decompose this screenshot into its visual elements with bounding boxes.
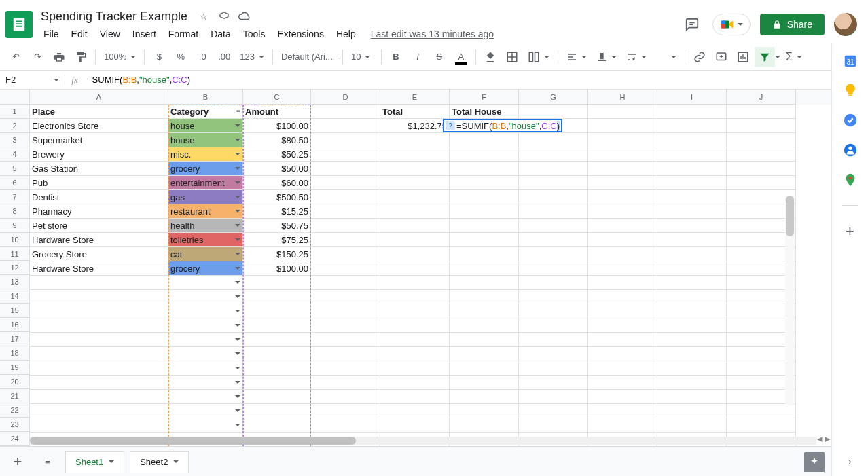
dropdown-icon[interactable]	[235, 367, 240, 369]
cell[interactable]: $100.00	[243, 261, 311, 276]
cell[interactable]: gas	[168, 190, 243, 204]
paint-format-icon[interactable]	[71, 47, 91, 67]
sheet-tab-1[interactable]: Sheet1	[65, 451, 124, 473]
cell[interactable]	[588, 276, 657, 290]
cell[interactable]	[519, 105, 588, 119]
cell[interactable]	[519, 162, 588, 176]
cell[interactable]	[519, 233, 588, 247]
cell[interactable]	[657, 418, 727, 433]
cell[interactable]	[588, 390, 657, 404]
cell[interactable]	[168, 276, 243, 290]
menu-data[interactable]: Data	[205, 26, 236, 42]
cell[interactable]: misc.	[168, 147, 243, 162]
menu-view[interactable]: View	[94, 26, 126, 42]
row-head[interactable]: 22	[0, 403, 30, 418]
cell[interactable]	[380, 190, 450, 204]
cell[interactable]	[657, 247, 727, 261]
cell[interactable]	[168, 418, 243, 433]
menu-extensions[interactable]: Extensions	[272, 26, 329, 42]
row-head[interactable]: 12	[0, 261, 30, 275]
dropdown-icon[interactable]	[235, 139, 240, 141]
cell[interactable]	[243, 347, 311, 361]
cell[interactable]: Pet store	[30, 219, 168, 233]
cell[interactable]	[450, 204, 519, 219]
cell[interactable]	[657, 347, 727, 361]
cell[interactable]	[168, 376, 243, 390]
cell[interactable]	[519, 204, 588, 219]
number-format-select[interactable]: 123	[236, 52, 268, 62]
row-head[interactable]: 21	[0, 389, 30, 403]
scroll-nav-arrows[interactable]: ◀ ▶	[817, 435, 830, 443]
row-head[interactable]: 15	[0, 304, 30, 318]
cell[interactable]: Total House	[450, 105, 519, 119]
cell[interactable]	[657, 333, 727, 347]
cell[interactable]	[727, 147, 796, 162]
cell[interactable]: Grocery Store	[30, 247, 168, 261]
menu-edit[interactable]: Edit	[66, 26, 93, 42]
cell[interactable]	[311, 233, 380, 247]
cell[interactable]	[519, 304, 588, 318]
move-icon[interactable]	[217, 10, 231, 23]
row-head[interactable]: 4	[0, 147, 30, 162]
cell[interactable]: $50.00	[243, 162, 311, 176]
row-head[interactable]: 19	[0, 361, 30, 375]
cell[interactable]	[519, 290, 588, 304]
dropdown-icon[interactable]	[235, 267, 240, 270]
cell[interactable]	[380, 361, 450, 376]
cell[interactable]	[588, 290, 657, 304]
dropdown-icon[interactable]	[235, 153, 240, 155]
cell[interactable]	[380, 261, 450, 276]
dropdown-icon[interactable]	[235, 253, 240, 255]
add-addon-icon[interactable]: +	[842, 223, 858, 240]
select-all-corner[interactable]	[0, 90, 30, 105]
cell[interactable]	[450, 390, 519, 404]
cell[interactable]	[311, 133, 380, 147]
functions-icon[interactable]: Σ	[782, 51, 806, 63]
cell[interactable]: Total	[380, 105, 450, 119]
cell[interactable]	[380, 376, 450, 390]
filter-dropdown-icon[interactable]	[775, 56, 780, 58]
chart-insert-icon[interactable]	[733, 47, 753, 67]
cell[interactable]: $50.75	[243, 219, 311, 233]
cell[interactable]	[588, 219, 657, 233]
cell[interactable]	[727, 105, 796, 119]
cell[interactable]: Hardware Store	[30, 261, 168, 276]
cell[interactable]	[588, 318, 657, 333]
cell[interactable]	[168, 318, 243, 333]
cell[interactable]	[30, 390, 168, 404]
cell[interactable]	[311, 347, 380, 361]
cell[interactable]	[657, 119, 727, 133]
cell[interactable]	[380, 304, 450, 318]
row-head[interactable]: 7	[0, 190, 30, 204]
cell[interactable]	[588, 133, 657, 147]
cell[interactable]	[588, 347, 657, 361]
cell[interactable]	[588, 105, 657, 119]
cell[interactable]	[311, 304, 380, 318]
cell[interactable]	[657, 304, 727, 318]
cell[interactable]: house	[168, 119, 243, 133]
cell[interactable]	[519, 404, 588, 418]
contacts-icon[interactable]	[843, 143, 858, 158]
cell[interactable]	[380, 247, 450, 261]
cell[interactable]	[380, 390, 450, 404]
cell[interactable]	[380, 290, 450, 304]
cell[interactable]	[657, 261, 727, 276]
row-head[interactable]: 24	[0, 432, 30, 446]
dropdown-icon[interactable]	[235, 310, 240, 312]
cell[interactable]	[311, 390, 380, 404]
cell[interactable]	[168, 304, 243, 318]
cell[interactable]	[450, 219, 519, 233]
cell[interactable]	[657, 361, 727, 376]
cell[interactable]	[311, 290, 380, 304]
cell[interactable]: $50.25	[243, 147, 311, 162]
dropdown-icon[interactable]	[235, 124, 240, 127]
cell[interactable]	[588, 333, 657, 347]
cell[interactable]	[311, 261, 380, 276]
cell[interactable]: cat	[168, 247, 243, 261]
row-head[interactable]: 23	[0, 418, 30, 432]
cell[interactable]: Category≡	[168, 105, 243, 119]
row-head[interactable]: 18	[0, 346, 30, 361]
comment-add-icon[interactable]	[711, 47, 731, 67]
cell[interactable]	[311, 176, 380, 190]
menu-insert[interactable]: Insert	[127, 26, 162, 42]
